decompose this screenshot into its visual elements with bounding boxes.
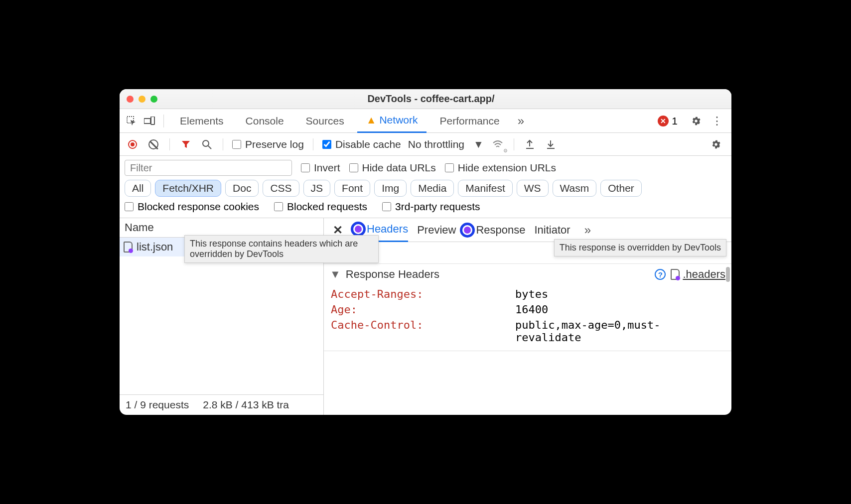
header-value: 16400	[515, 303, 724, 316]
type-filter-row: All Fetch/XHR Doc CSS JS Font Img Media …	[120, 178, 731, 201]
section-header[interactable]: ▼ Response Headers ? .headers	[324, 264, 731, 285]
device-toolbar-icon[interactable]	[142, 114, 156, 128]
tab-console[interactable]: Console	[237, 109, 293, 133]
hide-extension-urls-checkbox[interactable]: Hide extension URLs	[445, 162, 556, 174]
devtools-window: DevTools - coffee-cart.app/ Elements Con…	[120, 89, 731, 415]
svg-rect-2	[151, 117, 154, 125]
file-override-icon	[124, 242, 133, 252]
throttling-select[interactable]: No throttling ▼	[408, 138, 484, 150]
disable-cache-checkbox[interactable]: Disable cache	[322, 138, 401, 150]
highlight-ring-icon	[351, 222, 366, 237]
network-settings-icon[interactable]	[707, 139, 725, 150]
type-all[interactable]: All	[125, 180, 151, 197]
preserve-log-checkbox[interactable]: Preserve log	[232, 138, 304, 150]
section-title: Response Headers	[346, 268, 439, 281]
override-dot-icon	[464, 227, 471, 234]
type-css[interactable]: CSS	[263, 180, 299, 197]
content-area: Name list.json 1 / 9 requests 2.8 kB / 4…	[120, 218, 731, 415]
type-font[interactable]: Font	[334, 180, 370, 197]
settings-icon[interactable]	[687, 116, 706, 126]
type-other[interactable]: Other	[600, 180, 642, 197]
detail-tabs: ✕ Headers Preview Response Initiator »	[324, 218, 731, 242]
window-title: DevTools - coffee-cart.app/	[138, 93, 724, 105]
kebab-menu-icon[interactable]: ⋮	[709, 115, 726, 127]
detail-tab-response[interactable]: Response	[465, 218, 525, 242]
network-toolbar: Preserve log Disable cache No throttling…	[120, 133, 731, 156]
svg-line-4	[208, 146, 211, 149]
type-manifest[interactable]: Manifest	[458, 180, 512, 197]
header-value: public,max-age=0,must-revalidate	[515, 319, 724, 344]
search-icon[interactable]	[200, 137, 214, 151]
error-icon: ✕	[658, 116, 669, 126]
invert-checkbox[interactable]: Invert	[301, 162, 340, 174]
filter-toggle-icon[interactable]	[179, 137, 193, 151]
detail-tab-initiator[interactable]: Initiator	[534, 218, 570, 242]
type-wasm[interactable]: Wasm	[553, 180, 597, 197]
clear-button[interactable]	[146, 137, 160, 151]
highlight-ring-icon	[460, 223, 475, 238]
titlebar: DevTools - coffee-cart.app/	[120, 89, 731, 109]
network-conditions-icon[interactable]: ⚙	[491, 137, 505, 151]
block-filter-row: Blocked response cookies Blocked request…	[120, 201, 731, 218]
request-filename: list.json	[137, 241, 173, 253]
tab-sources[interactable]: Sources	[297, 109, 353, 133]
type-ws[interactable]: WS	[517, 180, 549, 197]
type-media[interactable]: Media	[411, 180, 454, 197]
svg-rect-1	[144, 119, 150, 124]
record-button[interactable]	[126, 137, 140, 151]
header-key: Age:	[331, 303, 505, 316]
svg-point-3	[203, 140, 209, 146]
warning-icon: ▲	[366, 114, 377, 126]
hide-data-urls-checkbox[interactable]: Hide data URLs	[349, 162, 436, 174]
request-count: 1 / 9 requests	[126, 399, 189, 411]
tab-elements[interactable]: Elements	[171, 109, 233, 133]
detail-body: ▼ Response Headers ? .headers Accept-Ran…	[324, 242, 731, 415]
inspect-element-icon[interactable]	[125, 114, 139, 128]
override-dot-icon	[355, 226, 362, 233]
header-key: Cache-Control:	[331, 319, 505, 344]
detail-tab-preview[interactable]: Preview	[417, 218, 456, 242]
chevron-down-icon: ▼	[473, 138, 484, 150]
filter-row: Invert Hide data URLs Hide extension URL…	[120, 156, 731, 178]
type-fetch-xhr[interactable]: Fetch/XHR	[155, 180, 221, 197]
gear-sub-icon: ⚙	[503, 148, 508, 153]
status-bar: 1 / 9 requests 2.8 kB / 413 kB tra	[120, 394, 323, 415]
response-headers-section: ▼ Response Headers ? .headers Accept-Ran…	[324, 264, 731, 351]
blocked-requests-checkbox[interactable]: Blocked requests	[274, 201, 367, 213]
error-count[interactable]: ✕ 1	[658, 115, 678, 127]
third-party-requests-checkbox[interactable]: 3rd-party requests	[382, 201, 480, 213]
filter-input[interactable]	[125, 160, 292, 176]
type-js[interactable]: JS	[303, 180, 331, 197]
tab-network[interactable]: ▲Network	[357, 109, 427, 133]
type-img[interactable]: Img	[374, 180, 407, 197]
detail-pane: ✕ Headers Preview Response Initiator » ▼	[324, 218, 731, 415]
type-doc[interactable]: Doc	[225, 180, 259, 197]
more-detail-tabs-icon[interactable]: »	[579, 223, 596, 237]
close-window-button[interactable]	[127, 96, 134, 103]
panel-tabs: Elements Console Sources ▲Network Perfor…	[120, 109, 731, 133]
blocked-response-cookies-checkbox[interactable]: Blocked response cookies	[125, 201, 259, 213]
file-override-icon	[671, 269, 680, 280]
more-tabs-icon[interactable]: »	[513, 114, 529, 128]
transfer-size: 2.8 kB / 413 kB tra	[203, 399, 289, 411]
help-icon[interactable]: ?	[655, 269, 666, 280]
tab-performance[interactable]: Performance	[430, 109, 508, 133]
header-key: Accept-Ranges:	[331, 288, 505, 300]
scrollbar-thumb[interactable]	[726, 267, 730, 282]
upload-har-icon[interactable]	[523, 137, 537, 151]
tooltip-headers-override: This response contains headers which are…	[184, 235, 379, 263]
headers-override-link[interactable]: .headers	[671, 268, 725, 281]
response-headers-grid: Accept-Ranges: bytes Age: 16400 Cache-Co…	[324, 285, 731, 351]
triangle-down-icon: ▼	[330, 268, 341, 281]
tooltip-response-override: This response is overridden by DevTools	[554, 239, 726, 256]
download-har-icon[interactable]	[544, 137, 558, 151]
header-value: bytes	[515, 288, 724, 300]
